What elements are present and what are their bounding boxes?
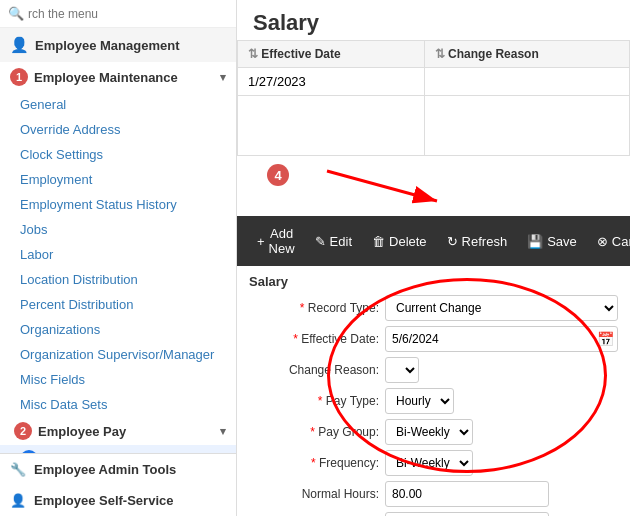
sidebar-item-override-address[interactable]: Override Address xyxy=(0,117,236,142)
pay-type-label: * Pay Type: xyxy=(249,394,379,408)
edit-button[interactable]: ✎ Edit xyxy=(305,229,362,254)
search-input[interactable] xyxy=(28,7,228,21)
effective-date-header: Effective Date xyxy=(261,47,340,61)
sidebar-footer: 🔧 Employee Admin Tools 👤 Employee Self-S… xyxy=(0,453,236,516)
normal-hours-input[interactable] xyxy=(385,481,549,507)
empty-cell-2 xyxy=(424,96,629,156)
wrench-icon: 🔧 xyxy=(10,462,26,477)
admin-tools-label: Employee Admin Tools xyxy=(34,462,176,477)
edit-label: Edit xyxy=(330,234,352,249)
sidebar-group-employee-pay[interactable]: 2 Employee Pay ▾ xyxy=(0,417,236,445)
sidebar-item-misc-data-sets[interactable]: Misc Data Sets xyxy=(0,392,236,417)
table-row: 1/27/2023 xyxy=(238,68,630,96)
refresh-label: Refresh xyxy=(462,234,508,249)
add-new-label: Add New xyxy=(269,226,295,256)
group-label-employee-maintenance: Employee Maintenance xyxy=(34,70,178,85)
record-type-select[interactable]: Current Change xyxy=(385,295,618,321)
save-button[interactable]: 💾 Save xyxy=(517,229,587,254)
sidebar-item-employee-self-service[interactable]: 👤 Employee Self-Service xyxy=(0,485,236,516)
sort-icon-right: ⇅ xyxy=(435,47,445,61)
sidebar-item-labor[interactable]: Labor xyxy=(0,242,236,267)
required-star-3: * xyxy=(318,394,326,408)
required-star-4: * xyxy=(310,425,318,439)
empty-cell-1 xyxy=(238,96,425,156)
form-row-normal-hours: Normal Hours: xyxy=(249,481,618,507)
save-icon: 💾 xyxy=(527,234,543,249)
edit-icon: ✎ xyxy=(315,234,326,249)
annual-salary-field-wrap xyxy=(385,512,618,516)
cancel-button[interactable]: ⊗ Cancel xyxy=(587,229,630,254)
form-row-pay-type: * Pay Type: Hourly xyxy=(249,388,618,414)
record-type-field-wrap: Current Change xyxy=(385,295,618,321)
col-effective-date[interactable]: ⇅ Effective Date xyxy=(238,41,425,68)
effective-date-field-wrap: 📅 xyxy=(385,326,618,352)
sort-icon-left: ⇅ xyxy=(248,47,258,61)
form-row-annual-salary: Annual Salary: xyxy=(249,512,618,516)
change-reason-label: Change Reason: xyxy=(249,363,379,377)
page-title: Salary xyxy=(237,0,630,40)
form-row-record-type: * Record Type: Current Change xyxy=(249,295,618,321)
self-service-label: Employee Self-Service xyxy=(34,493,173,508)
delete-label: Delete xyxy=(389,234,427,249)
sidebar-item-employment[interactable]: Employment xyxy=(0,167,236,192)
sidebar-item-clock-settings[interactable]: Clock Settings xyxy=(0,142,236,167)
person-icon: 👤 xyxy=(10,493,26,508)
frequency-select[interactable]: Bi-Weekly xyxy=(385,450,473,476)
sidebar-item-salary[interactable]: 3 Salary xyxy=(0,445,236,453)
management-label: Employee Management xyxy=(35,38,180,53)
cancel-label: Cancel xyxy=(612,234,630,249)
required-star: * xyxy=(300,301,308,315)
sidebar-item-jobs[interactable]: Jobs xyxy=(0,217,236,242)
plus-icon: + xyxy=(257,234,265,249)
svg-line-1 xyxy=(327,171,437,201)
sidebar-item-location-distribution[interactable]: Location Distribution xyxy=(0,267,236,292)
pay-group-select[interactable]: Bi-Weekly xyxy=(385,419,473,445)
record-type-label: * Record Type: xyxy=(249,301,379,315)
pay-type-field-wrap: Hourly xyxy=(385,388,618,414)
form-title: Salary xyxy=(249,274,618,289)
add-new-button[interactable]: + Add New xyxy=(247,221,305,261)
change-reason-header: Change Reason xyxy=(448,47,539,61)
effective-date-label: * Effective Date: xyxy=(249,332,379,346)
salary-form: Salary * Record Type: Current Change * E… xyxy=(237,266,630,516)
sidebar-item-misc-fields[interactable]: Misc Fields xyxy=(0,367,236,392)
form-wrapper: Salary * Record Type: Current Change * E… xyxy=(237,266,630,516)
required-star-5: * xyxy=(311,456,319,470)
delete-button[interactable]: 🗑 Delete xyxy=(362,229,437,254)
sidebar-item-org-supervisor[interactable]: Organization Supervisor/Manager xyxy=(0,342,236,367)
annual-salary-input[interactable] xyxy=(385,512,549,516)
sidebar-item-percent-distribution[interactable]: Percent Distribution xyxy=(0,292,236,317)
refresh-button[interactable]: ↻ Refresh xyxy=(437,229,518,254)
calendar-icon[interactable]: 📅 xyxy=(597,331,614,347)
cancel-icon: ⊗ xyxy=(597,234,608,249)
pay-type-select[interactable]: Hourly xyxy=(385,388,454,414)
people-icon: 👤 xyxy=(10,36,29,54)
salary-table-area: ⇅ Effective Date ⇅ Change Reason 1/27/20… xyxy=(237,40,630,156)
form-row-effective-date: * Effective Date: 📅 xyxy=(249,326,618,352)
change-reason-field-wrap xyxy=(385,357,618,383)
form-row-pay-group: * Pay Group: Bi-Weekly xyxy=(249,419,618,445)
toolbar: + Add New ✎ Edit 🗑 Delete ↻ Refresh 💾 Sa… xyxy=(237,216,630,266)
group-label-employee-pay: Employee Pay xyxy=(38,424,126,439)
employee-pay-items: 3 Salary Alternate Pay Rates xyxy=(0,445,236,453)
normal-hours-field-wrap xyxy=(385,481,618,507)
sidebar-search-area[interactable]: 🔍 xyxy=(0,0,236,28)
frequency-label: * Frequency: xyxy=(249,456,379,470)
sidebar-item-employment-status-history[interactable]: Employment Status History xyxy=(0,192,236,217)
sidebar-group-employee-maintenance[interactable]: 1 Employee Maintenance ▾ xyxy=(0,62,236,92)
sidebar: 🔍 👤 Employee Management 1 Employee Maint… xyxy=(0,0,237,516)
salary-table: ⇅ Effective Date ⇅ Change Reason 1/27/20… xyxy=(237,40,630,156)
sidebar-item-general[interactable]: General xyxy=(0,92,236,117)
change-reason-select[interactable] xyxy=(385,357,419,383)
normal-hours-label: Normal Hours: xyxy=(249,487,379,501)
table-row-empty xyxy=(238,96,630,156)
effective-date-input[interactable] xyxy=(385,326,618,352)
save-label: Save xyxy=(547,234,577,249)
pay-group-label: * Pay Group: xyxy=(249,425,379,439)
col-change-reason[interactable]: ⇅ Change Reason xyxy=(424,41,629,68)
employee-management-header: 👤 Employee Management xyxy=(0,28,236,62)
chevron-down-icon: ▾ xyxy=(220,71,226,84)
sidebar-item-organizations[interactable]: Organizations xyxy=(0,317,236,342)
cell-change-reason xyxy=(424,68,629,96)
sidebar-item-employee-admin-tools[interactable]: 🔧 Employee Admin Tools xyxy=(0,454,236,485)
